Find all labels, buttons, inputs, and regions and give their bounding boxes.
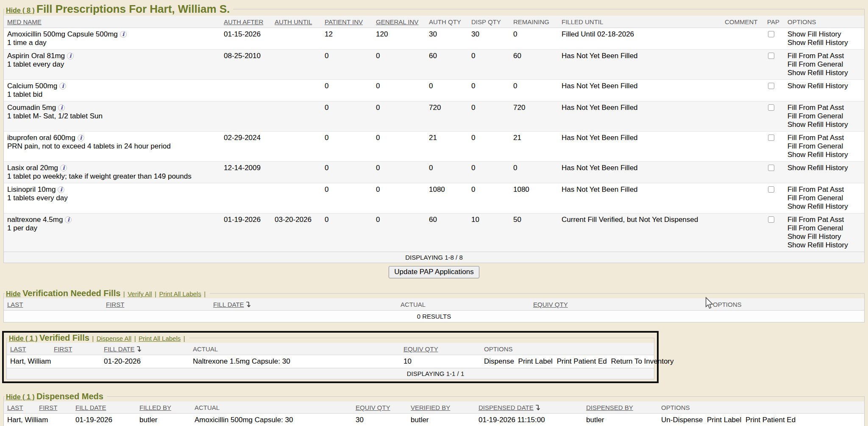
print-patient-ed-link[interactable]: Print Patient Ed [746, 416, 796, 424]
option-link[interactable]: Fill From Pat Asst [787, 134, 862, 142]
col-verified-by[interactable]: VERIFIED BY [409, 401, 477, 414]
hide-verified-fills-link[interactable]: Hide ( 1 ) [9, 335, 38, 342]
comment-cell [723, 50, 765, 80]
filled-until-cell: Has Not Yet Been Filled [560, 132, 723, 162]
col-first[interactable]: FIRST [52, 343, 102, 355]
print-label-link[interactable]: Print Label [707, 416, 741, 424]
info-icon[interactable]: i [78, 135, 84, 141]
actual-cell: Naltrexone 1.5mg Capsule: 30 [191, 355, 402, 368]
option-link[interactable]: Show Refill History [787, 69, 862, 77]
option-link[interactable]: Fill From General [787, 194, 862, 202]
col-med-name[interactable]: MED NAME [4, 16, 222, 28]
print-all-labels-link[interactable]: Print All Labels [159, 290, 201, 297]
print-all-labels-link[interactable]: Print All Labels [139, 335, 181, 342]
auth-until-cell [273, 80, 323, 101]
col-fill-date[interactable]: FILL DATE [102, 343, 191, 355]
print-label-link[interactable]: Print Label [518, 357, 553, 365]
pap-checkbox[interactable] [768, 186, 774, 193]
disp-qty-cell: 0 [470, 80, 512, 101]
dispense-link[interactable]: Dispense [484, 357, 514, 365]
pap-checkbox[interactable] [768, 31, 774, 37]
auth-qty-cell: 1080 [427, 183, 470, 213]
option-link[interactable]: Show Refill History [787, 121, 862, 129]
verification-header-row: LAST FIRST FILL DATE ACTUAL EQUIV QTY OP… [4, 298, 864, 311]
col-auth-after[interactable]: AUTH AFTER [222, 16, 273, 28]
option-link[interactable]: Show Refill History [787, 164, 862, 172]
table-row: naltrexone 4.5mgi1 per day 01-19-2026 03… [4, 213, 864, 252]
option-link[interactable]: Fill From Pat Asst [787, 216, 862, 224]
dispense-all-link[interactable]: Dispense All [97, 335, 132, 342]
disp-qty-cell: 0 [470, 101, 512, 132]
option-link[interactable]: Show Refill History [787, 82, 862, 90]
un-dispense-link[interactable]: Un-Dispense [661, 416, 703, 424]
col-last[interactable]: LAST [7, 343, 52, 355]
info-icon[interactable]: i [58, 186, 64, 193]
option-link[interactable]: Fill From General [787, 224, 862, 233]
auth-after-cell: 01-15-2026 [222, 28, 273, 50]
table-row: Lasix oral 20mgi1 tablet po weekly; take… [4, 162, 864, 183]
option-link[interactable]: Fill From Pat Asst [787, 52, 862, 60]
col-filled-by[interactable]: FILLED BY [138, 401, 193, 414]
option-link[interactable]: Fill From General [787, 112, 862, 121]
col-dispensed-by[interactable]: DISPENSED BY [584, 401, 659, 414]
auth-qty-cell: 21 [427, 132, 470, 162]
col-fill-date[interactable]: FILL DATE [211, 298, 399, 311]
info-icon[interactable]: i [65, 216, 72, 223]
update-pap-button[interactable]: Update PAP Applications [389, 266, 479, 278]
col-equiv-qty[interactable]: EQUIV QTY [531, 298, 711, 311]
print-patient-ed-link[interactable]: Print Patient Ed [557, 357, 607, 365]
col-first[interactable]: FIRST [37, 401, 74, 414]
hide-dispensed-meds-link[interactable]: Hide ( 1 ) [6, 393, 35, 401]
info-icon[interactable]: i [59, 83, 66, 90]
return-to-inventory-link[interactable]: Return To Inventory [611, 357, 673, 365]
col-patient-inv[interactable]: PATIENT INV [323, 16, 374, 28]
pap-checkbox[interactable] [768, 165, 774, 171]
option-link[interactable]: Show Fill History [787, 30, 862, 39]
info-icon[interactable]: i [58, 104, 65, 111]
col-equiv-qty[interactable]: EQUIV QTY [354, 401, 409, 414]
option-link[interactable]: Fill From General [787, 142, 862, 151]
patient-inv-cell: 0 [323, 162, 374, 183]
verify-all-link[interactable]: Verify All [128, 290, 152, 297]
info-icon[interactable]: i [120, 31, 127, 38]
med-sig: 1 tablet M- Sat, 1/2 tablet Sun [7, 112, 220, 121]
option-link[interactable]: Fill From Pat Asst [787, 104, 862, 112]
pap-checkbox[interactable] [768, 104, 774, 111]
col-pap: PAP [765, 16, 786, 28]
col-auth-until[interactable]: AUTH UNTIL [273, 16, 323, 28]
option-link[interactable]: Show Fill History [787, 233, 862, 241]
col-last[interactable]: LAST [4, 298, 104, 311]
col-last[interactable]: LAST [4, 401, 37, 414]
col-filled-until: FILLED UNTIL [560, 16, 723, 28]
col-dispensed-date[interactable]: DISPENSED DATE [477, 401, 584, 414]
auth-qty-cell: 30 [427, 28, 470, 50]
med-name: Lisinopril 10mg [7, 185, 56, 193]
option-link[interactable]: Show Refill History [787, 151, 862, 159]
remaining-cell: 0 [512, 162, 560, 183]
sort-down-icon [246, 301, 251, 308]
pap-checkbox[interactable] [768, 53, 774, 59]
option-link[interactable]: Show Refill History [787, 39, 862, 47]
mouse-cursor [704, 297, 714, 309]
info-icon[interactable]: i [67, 53, 74, 59]
option-link[interactable]: Show Refill History [787, 241, 862, 249]
hide-verification-needed-link[interactable]: Hide [6, 290, 21, 297]
col-fill-date[interactable]: FILL DATE [74, 401, 138, 414]
col-first[interactable]: FIRST [104, 298, 211, 311]
col-equiv-qty[interactable]: EQUIV QTY [402, 343, 482, 355]
dispensed-meds-title: Dispensed Meds [36, 392, 103, 401]
option-link[interactable]: Show Refill History [787, 202, 862, 211]
option-link[interactable]: Fill From General [787, 60, 862, 69]
filled-until-cell: Has Not Yet Been Filled [560, 80, 723, 101]
col-general-inv[interactable]: GENERAL INV [374, 16, 427, 28]
option-link[interactable]: Fill From Pat Asst [787, 185, 862, 194]
hide-fill-prescriptions-link[interactable]: Hide ( 8 ) [6, 7, 35, 14]
displaying-row: DISPLAYING 1-1 / 1 [7, 368, 654, 379]
med-sig: 1 tablet bid [7, 90, 220, 99]
remaining-cell: 21 [512, 132, 560, 162]
info-icon[interactable]: i [60, 165, 67, 171]
pap-checkbox[interactable] [768, 216, 774, 223]
pap-checkbox[interactable] [768, 135, 774, 141]
pap-checkbox[interactable] [768, 83, 774, 89]
remaining-cell: 0 [512, 80, 560, 101]
